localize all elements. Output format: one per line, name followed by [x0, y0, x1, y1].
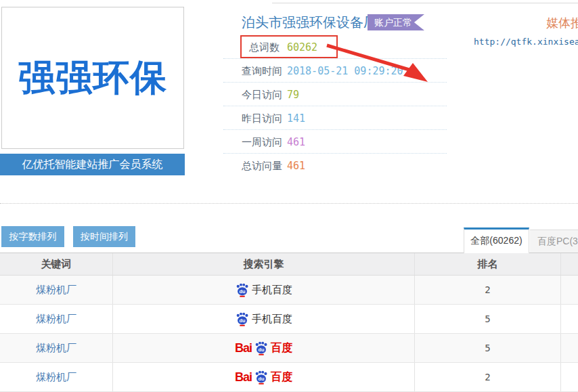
keyword-link[interactable]: 煤粉机厂: [36, 342, 76, 355]
baidu-paw-icon: du: [235, 282, 250, 297]
stat-value: 79: [287, 89, 299, 101]
stat-label: 总访问量: [242, 154, 287, 177]
rank-value: 2: [485, 284, 490, 295]
baidu-paw-icon: du: [254, 341, 269, 355]
engine-label: 手机百度: [252, 284, 292, 297]
stat-label: 一周访问: [242, 130, 287, 154]
stat-label: 总词数: [249, 35, 287, 59]
stat-label: 昨日访问: [242, 106, 287, 130]
table-row: 煤粉机厂 du 手机百度 2: [0, 276, 578, 305]
stat-value: 461: [287, 160, 305, 172]
keyword-link[interactable]: 煤粉机厂: [36, 371, 76, 384]
baidu-logo-cn: 百度: [271, 341, 292, 355]
table-row: 煤粉机厂 du 手机百度 5: [0, 305, 578, 334]
page: 强强环保 亿优托智能建站推广会员系统 泊头市强强环保设备厂 账户正常 总词数60…: [0, 0, 578, 392]
engine-baidu-pc: Bai du 百度: [235, 370, 292, 385]
keyword-table: 关键词 搜索引擎 排名 煤粉机厂 du 手机百度 2 煤粉机厂 du 手机百度: [0, 253, 578, 392]
table-row: 煤粉机厂 Bai du 百度 2: [0, 363, 578, 392]
top-divider: [272, 3, 578, 3]
header-rank: 排名: [415, 253, 561, 275]
stat-row-total-words: 总词数60262: [223, 35, 447, 59]
stat-row-total-visits: 总访问量461: [223, 154, 447, 177]
sort-by-time-button[interactable]: 按时间排列: [73, 226, 135, 247]
media-section-label: 媒体推广: [546, 15, 578, 31]
stat-row-query-time: 查询时间2018-05-21 09:29:20: [223, 59, 447, 83]
engine-label: 手机百度: [252, 313, 292, 326]
table-row: 煤粉机厂 Bai du 百度 5: [0, 334, 578, 363]
baidu-paw-icon: du: [235, 311, 250, 326]
account-status-badge: 账户正常: [368, 14, 424, 30]
system-banner: 亿优托智能建站推广会员系统: [0, 154, 185, 175]
stat-value: 60262: [287, 41, 317, 53]
sort-by-words-button[interactable]: 按字数排列: [1, 226, 64, 247]
baidu-logo-cn: 百度: [271, 370, 292, 385]
rank-value: 5: [485, 343, 490, 353]
stat-value: 461: [287, 136, 305, 148]
stat-value: 2018-05-21 09:29:20: [287, 65, 403, 77]
engine-baidu-mobile: du 手机百度: [235, 282, 292, 297]
svg-text:du: du: [259, 347, 265, 353]
tab-baidu-pc[interactable]: 百度PC(30: [530, 230, 578, 253]
stat-row-today-visits: 今日访问79: [223, 83, 447, 106]
baidu-paw-icon: du: [254, 370, 269, 385]
keyword-link[interactable]: 煤粉机厂: [36, 313, 76, 326]
baidu-logo-latin: Bai: [235, 370, 252, 385]
site-url-link[interactable]: http://qtfk.xinxisea.: [474, 37, 578, 47]
header-extra: [561, 253, 578, 275]
svg-text:du: du: [240, 288, 246, 295]
header-engine: 搜索引擎: [113, 253, 415, 275]
logo-text: 强强环保: [18, 53, 167, 103]
stat-row-week-visits: 一周访问461: [223, 130, 447, 154]
tab-all[interactable]: 全部(60262): [464, 227, 529, 253]
baidu-logo-latin: Bai: [235, 341, 252, 355]
engine-baidu-pc: Bai du 百度: [235, 341, 292, 355]
table-header-row: 关键词 搜索引擎 排名: [0, 253, 578, 276]
keyword-link[interactable]: 煤粉机厂: [36, 284, 76, 297]
stat-row-yesterday-visits: 昨日访问141: [223, 106, 447, 130]
rank-value: 2: [485, 372, 490, 383]
stat-value: 141: [287, 112, 305, 125]
rank-value: 5: [485, 313, 490, 324]
stat-label: 今日访问: [242, 83, 287, 106]
company-logo: 强强环保: [1, 7, 184, 149]
stat-label: 查询时间: [242, 59, 287, 83]
page-title: 泊头市强强环保设备厂: [242, 14, 377, 32]
account-stats: 总词数60262 查询时间2018-05-21 09:29:20 今日访问79 …: [223, 35, 447, 177]
header-keyword: 关键词: [0, 253, 113, 275]
engine-baidu-mobile: du 手机百度: [235, 311, 292, 326]
svg-text:du: du: [259, 376, 265, 382]
section-divider: [0, 203, 578, 204]
svg-text:du: du: [240, 318, 246, 324]
